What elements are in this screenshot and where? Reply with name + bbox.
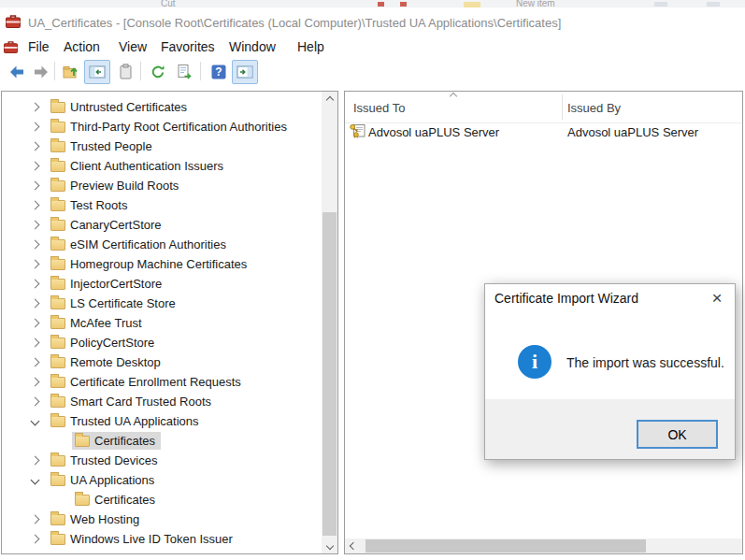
title-bar[interactable]: UA_Certificates - [Console Root\Certific… — [0, 7, 745, 38]
chevron-right-icon[interactable] — [27, 296, 42, 311]
tree-item[interactable]: Remote Desktop — [2, 352, 321, 372]
tree-item[interactable]: Web Hosting — [2, 510, 321, 529]
bg-fragment-icon — [707, 2, 720, 7]
tree-item[interactable]: Certificates — [2, 431, 321, 451]
chevron-right-icon[interactable] — [27, 375, 42, 390]
tree-item-label: Trusted People — [70, 139, 152, 153]
scroll-left-icon[interactable] — [345, 538, 361, 553]
chevron-down-icon[interactable] — [27, 414, 42, 429]
tree-item[interactable]: Windows Live ID Token Issuer — [2, 529, 321, 549]
scrollbar-thumb[interactable] — [365, 539, 646, 553]
tree-item-label: Smart Card Trusted Roots — [70, 395, 211, 409]
tree-item[interactable]: UA Applications — [2, 470, 321, 490]
screen: Cut New item UA_Certificates - [Console … — [0, 0, 745, 560]
folder-icon — [50, 239, 65, 251]
folder-icon — [50, 102, 65, 113]
refresh-button[interactable] — [145, 60, 171, 84]
chevron-right-icon[interactable] — [27, 179, 42, 194]
info-icon: i — [518, 345, 552, 379]
column-header-issued-to[interactable]: Issued To — [353, 101, 405, 115]
tree-item-label: Trusted UA Applications — [70, 414, 199, 428]
tree-item[interactable]: Test Roots — [2, 195, 321, 215]
chevron-right-icon[interactable] — [27, 336, 42, 351]
chevron-right-icon[interactable] — [27, 159, 42, 174]
chevron-right-icon[interactable] — [27, 277, 42, 292]
chevron-right-icon[interactable] — [27, 453, 42, 468]
chevron-down-icon[interactable] — [27, 473, 42, 488]
column-divider[interactable] — [562, 94, 563, 120]
chevron-right-icon[interactable] — [27, 218, 42, 233]
dialog-title-bar[interactable]: Certificate Import Wizard × — [485, 284, 735, 313]
chevron-right-icon[interactable] — [27, 100, 42, 115]
menu-view[interactable]: View — [119, 39, 147, 54]
tree-item[interactable]: Trusted UA Applications — [2, 411, 321, 431]
folder-icon — [50, 337, 65, 349]
tree-item[interactable]: Certificate Enrollment Requests — [2, 372, 321, 392]
folder-icon — [50, 122, 65, 133]
tree-item-label: Client Authentication Issuers — [70, 159, 223, 173]
help-button[interactable]: ? — [206, 60, 232, 84]
mmc-console-icon — [6, 14, 21, 32]
tree-item[interactable]: Homegroup Machine Certificates — [2, 254, 321, 274]
tree-item-label: Trusted Devices — [70, 453, 157, 467]
tree-item-label: Homegroup Machine Certificates — [70, 257, 247, 271]
paste-button[interactable] — [112, 60, 138, 84]
tree-item-label: Remote Desktop — [70, 355, 161, 369]
chevron-right-icon[interactable] — [27, 316, 42, 331]
scroll-up-icon[interactable] — [322, 92, 337, 108]
chevron-right-icon[interactable] — [27, 139, 42, 154]
tree-item[interactable]: InjectorCertStore — [2, 274, 321, 294]
tree-item[interactable]: PolicyCertStore — [2, 333, 321, 352]
scrollbar-thumb[interactable] — [322, 212, 337, 536]
folder-icon — [50, 475, 65, 486]
tree-item[interactable]: McAfee Trust — [2, 313, 321, 333]
menu-action[interactable]: Action — [64, 39, 100, 54]
tree-item[interactable]: CanaryCertStore — [2, 215, 321, 235]
show-action-pane-button[interactable] — [232, 60, 258, 84]
column-header-issued-by[interactable]: Issued By — [567, 101, 621, 115]
export-list-button[interactable] — [172, 60, 198, 84]
ok-button[interactable]: OK — [637, 420, 718, 449]
back-button[interactable] — [4, 60, 30, 84]
tree-item[interactable]: Preview Build Roots — [2, 176, 321, 195]
chevron-right-icon[interactable] — [27, 237, 42, 252]
menu-help[interactable]: Help — [297, 39, 324, 54]
chevron-right-icon[interactable] — [27, 198, 42, 213]
tree-item[interactable]: Third-Party Root Certification Authoriti… — [2, 117, 321, 136]
chevron-right-icon[interactable] — [27, 257, 42, 272]
tree-item-label: PolicyCertStore — [70, 336, 154, 350]
tree-item[interactable]: LS Certificate Store — [2, 294, 321, 313]
chevron-right-icon[interactable] — [27, 120, 42, 135]
chevron-right-icon[interactable] — [27, 355, 42, 370]
show-console-tree-button[interactable] — [84, 60, 110, 84]
tree-item[interactable]: eSIM Certification Authorities — [2, 235, 321, 254]
tree-item-label: Certificates — [94, 434, 155, 448]
scroll-down-icon[interactable] — [322, 538, 337, 553]
tree-item[interactable]: Trusted People — [2, 136, 321, 156]
tree-item[interactable]: Client Authentication Issuers — [2, 156, 321, 176]
menu-window[interactable]: Window — [229, 39, 276, 54]
menu-file[interactable]: File — [28, 39, 50, 54]
certificate-icon — [350, 123, 365, 141]
chevron-right-icon[interactable] — [27, 512, 42, 527]
sort-ascending-icon — [451, 93, 456, 99]
menu-favorites[interactable]: Favorites — [161, 39, 215, 54]
forward-button[interactable] — [28, 60, 54, 84]
tree-item-label: Test Roots — [70, 198, 127, 212]
tree-vertical-scrollbar[interactable] — [322, 92, 337, 553]
folder-icon — [50, 357, 65, 368]
list-horizontal-scrollbar[interactable] — [345, 538, 742, 553]
chevron-right-icon[interactable] — [27, 532, 42, 547]
tree-item[interactable]: Trusted Devices — [2, 451, 321, 470]
chevron-right-icon[interactable] — [27, 395, 42, 409]
svg-text:?: ? — [215, 65, 222, 79]
certificate-row[interactable]: Advosol uaPLUS Server Advosol uaPLUS Ser… — [345, 122, 742, 142]
tree-item[interactable]: Untrusted Certificates — [2, 97, 321, 117]
bg-fragment-icon — [654, 2, 667, 7]
close-icon[interactable]: × — [701, 284, 733, 312]
folder-icon — [50, 141, 65, 152]
tree-item-label: Certificate Enrollment Requests — [70, 375, 241, 389]
up-one-level-button[interactable] — [58, 60, 84, 84]
tree-item[interactable]: Certificates — [2, 490, 321, 510]
tree-item[interactable]: Smart Card Trusted Roots — [2, 392, 321, 411]
